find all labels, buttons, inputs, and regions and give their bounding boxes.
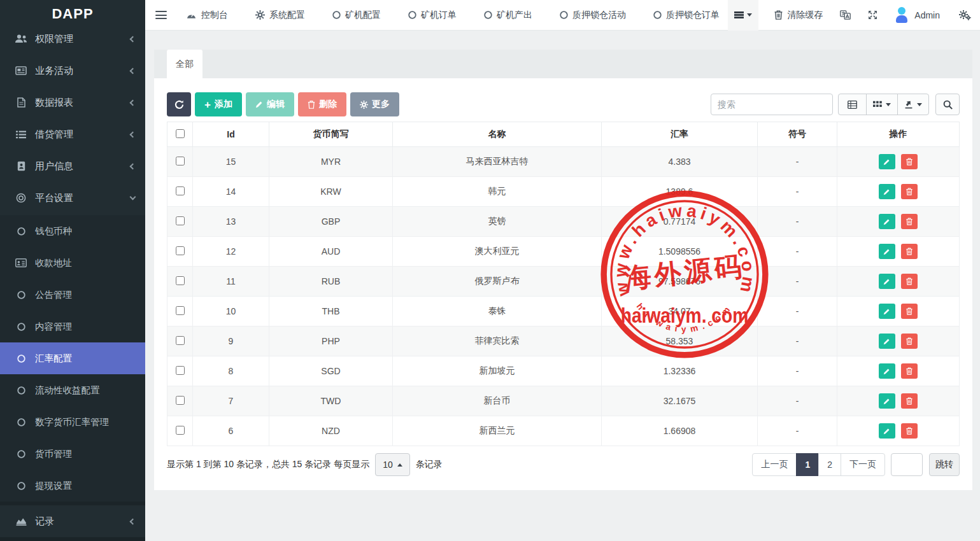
row-edit-button[interactable] [879, 423, 895, 439]
row-delete-button[interactable] [901, 154, 918, 169]
row-edit-button[interactable] [879, 274, 895, 289]
row-edit-button[interactable] [879, 334, 895, 349]
sidebar-main-menu: DAPP 权限管理 业务活动 数据报表 借贷管理 [0, 0, 145, 215]
search-button[interactable] [935, 94, 960, 115]
table-row: 8 SGD 新加坡元 1.32336 - [167, 356, 960, 386]
pencil-icon [883, 398, 890, 405]
nav-item-miner-orders[interactable]: 矿机订单 [408, 10, 457, 21]
columns-button[interactable] [866, 94, 898, 115]
row-checkbox[interactable] [176, 216, 185, 225]
row-actions-cell [837, 356, 960, 386]
nav-item-miner-config[interactable]: 矿机配置 [332, 10, 381, 21]
user-menu[interactable]: Admin [895, 7, 940, 23]
sidebar-item-reports[interactable]: 数据报表 [0, 87, 145, 118]
sidebar-item-currency-mgmt[interactable]: 货币管理 [0, 438, 145, 470]
row-delete-button[interactable] [901, 393, 918, 409]
page-button-1[interactable]: 1 [796, 453, 819, 476]
row-actions-cell [837, 327, 960, 356]
circle-icon [14, 450, 28, 458]
sidebar-item-payment-address[interactable]: 收款地址 [0, 247, 145, 279]
nav-item-dashboard[interactable]: 控制台 [186, 10, 228, 21]
row-id-cell: 10 [193, 297, 269, 327]
fullscreen-icon[interactable] [868, 10, 877, 20]
jump-page-input[interactable] [891, 453, 923, 476]
circle-icon [14, 355, 28, 363]
row-checkbox[interactable] [176, 186, 185, 195]
export-button[interactable] [897, 94, 929, 115]
row-checkbox[interactable] [176, 157, 185, 165]
row-delete-button[interactable] [901, 244, 918, 259]
row-delete-button[interactable] [901, 274, 918, 289]
pencil-icon [883, 158, 890, 165]
nav-item-system-config[interactable]: 系统配置 [255, 10, 305, 21]
prev-page-button[interactable]: 上一页 [752, 453, 797, 476]
detail-view-button[interactable] [838, 94, 867, 115]
search-input[interactable] [711, 94, 833, 115]
trash-icon [906, 158, 913, 165]
sidebar-item-crypto-rate-mgmt[interactable]: 数字货币汇率管理 [0, 406, 145, 438]
row-delete-button[interactable] [901, 184, 918, 199]
sidebar-item-business[interactable]: 业务活动 [0, 55, 145, 87]
sidebar-item-announcements[interactable]: 公告管理 [0, 279, 145, 311]
page-size-select[interactable]: 10 [375, 453, 410, 476]
sidebar-item-users-info[interactable]: 用户信息 [0, 150, 145, 182]
page-button-2[interactable]: 2 [818, 453, 841, 476]
row-checkbox[interactable] [176, 426, 185, 435]
sidebar-item-records[interactable]: 记录 [0, 505, 145, 537]
sidebar-item-platform-settings[interactable]: 平台设置 [0, 182, 145, 214]
row-checkbox[interactable] [176, 306, 185, 315]
refresh-button[interactable] [167, 92, 191, 116]
select-all-checkbox[interactable] [176, 129, 185, 138]
row-edit-button[interactable] [879, 154, 895, 169]
edit-button[interactable]: 编辑 [246, 92, 294, 116]
more-button[interactable]: 更多 [350, 92, 399, 116]
sidebar-toggle-button[interactable] [155, 11, 167, 20]
sidebar-item-wallet-coins[interactable]: 钱包币种 [0, 215, 145, 247]
row-edit-button[interactable] [879, 184, 895, 199]
nav-item-staking-activity[interactable]: 质押锁仓活动 [560, 10, 626, 21]
row-delete-button[interactable] [901, 363, 918, 379]
trash-icon [906, 337, 913, 345]
sidebar-item-permissions[interactable]: 权限管理 [0, 23, 145, 55]
caret-down-icon [886, 103, 891, 106]
row-id-cell: 7 [193, 386, 269, 416]
row-checkbox[interactable] [176, 336, 185, 345]
next-page-button[interactable]: 下一页 [841, 453, 885, 476]
row-delete-button[interactable] [901, 423, 918, 439]
row-edit-button[interactable] [879, 304, 895, 319]
clear-cache-button[interactable]: 清除缓存 [774, 10, 823, 21]
table-row: 10 THB 泰铢 34.07 - [167, 297, 960, 327]
row-delete-button[interactable] [901, 214, 918, 229]
nav-item-miner-output[interactable]: 矿机产出 [484, 10, 532, 21]
row-checkbox[interactable] [176, 276, 185, 285]
delete-button[interactable]: 删除 [298, 92, 346, 116]
row-checkbox[interactable] [176, 366, 185, 375]
row-edit-button[interactable] [879, 214, 895, 229]
pencil-icon [883, 428, 890, 435]
row-checkbox[interactable] [176, 246, 185, 255]
row-checkbox[interactable] [176, 396, 185, 405]
row-edit-button[interactable] [879, 363, 895, 379]
sidebar-item-exchange-rate-config[interactable]: 汇率配置 [0, 342, 145, 374]
sidebar-item-label: 借贷管理 [35, 129, 73, 141]
row-edit-button[interactable] [879, 244, 895, 259]
sidebar-item-liquidity-config[interactable]: 流动性收益配置 [0, 374, 145, 406]
sidebar-item-content-mgmt[interactable]: 内容管理 [0, 311, 145, 342]
table-row: 14 KRW 韩元 1389.6 - [167, 177, 960, 207]
jump-button[interactable]: 跳转 [929, 453, 960, 476]
sidebar-item-label: 公告管理 [35, 289, 72, 301]
sidebar-item-withdrawal-settings[interactable]: 提现设置 [0, 470, 145, 502]
row-delete-button[interactable] [901, 334, 918, 349]
cogs-icon[interactable] [959, 10, 971, 20]
row-name-cell: 菲律宾比索 [393, 327, 602, 356]
add-button[interactable]: + 添加 [195, 92, 242, 116]
row-select-cell [167, 207, 193, 237]
list-dropdown-button[interactable] [728, 0, 758, 31]
address-card-icon [14, 258, 28, 267]
row-delete-button[interactable] [901, 304, 918, 319]
sidebar-item-lending[interactable]: 借贷管理 [0, 118, 145, 150]
translate-icon[interactable] [840, 10, 851, 20]
nav-item-staking-orders[interactable]: 质押锁仓订单 [653, 10, 720, 21]
tab-all[interactable]: 全部 [167, 50, 202, 78]
row-edit-button[interactable] [879, 393, 895, 409]
